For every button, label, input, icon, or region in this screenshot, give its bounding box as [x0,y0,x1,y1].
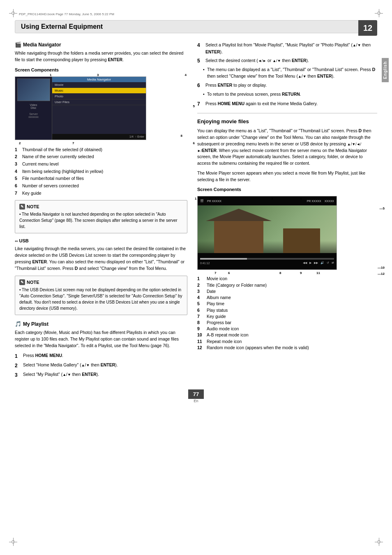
enjoying-movies-body2: The Movie Player screen appears when you… [197,170,377,183]
usb-body: Like navigating through the media server… [15,246,187,272]
screen-callout-7: 7 [214,271,216,275]
list-item-4: 4Item being selecting (highlighted in ye… [15,168,187,175]
movie-item-3: 3Date [197,288,377,295]
bullet-list-6: To return to the previous screen, press … [197,91,377,98]
movie-top-bar: 🎬 PR XXXXX PR XXXXX XXXXX [198,196,337,205]
screen-callout-6: 6 [228,271,230,275]
callout-6: 6 [193,141,195,145]
callout-3: 3 [97,73,99,77]
mn-bottom-text-1: 1/4 [129,135,134,138]
screen-callout-9: 9 [300,271,302,275]
screen-callout-4: 4 [300,197,302,200]
corner-crosshair-br [375,538,383,546]
movie-icon-2: ▶ [309,261,311,265]
my-playlist-section: 🎵 My Playlist Each category (Movie, Musi… [15,321,187,378]
screen-callout-5: —5 [380,207,385,210]
movie-progress-fill [200,258,247,260]
screen-callout-1: 1 [195,197,196,200]
step-2: 2 Select "Home Media Gallery" (▲/▼ then … [15,362,187,369]
movie-item-11: 11Repeat mode icon [197,339,377,345]
callout-5: 5 [193,104,195,108]
page-number-area: 77 En [188,389,204,403]
mn-item-2: Music [52,88,146,94]
page-number-bottom: 77 [188,389,204,399]
corner-crosshair-bl [9,538,17,546]
section-divider [197,113,377,113]
screen-items-list: 1Thumbnail of the file selected (if obta… [15,147,187,196]
step-1: 1 Press HOME MENU. [15,352,187,360]
movie-item-9: 9Audio mode icon [197,326,377,332]
list-item-7: 7Key guide [15,190,187,196]
playlist-icon: 🎵 [15,321,21,327]
mn-thumbnail [17,78,50,101]
movie-top-text-4: XXXXX [325,200,334,203]
bullet-5-1: The menu can be displayed as a "List", "… [203,67,377,80]
bullet-6-1: To return to the previous screen, press … [203,91,377,98]
media-navigator-icon: 🎬 [15,41,21,48]
mn-bottom-bar: 1/4 ↑ Enter [52,134,146,140]
list-item-6: 6Number of servers connected [15,183,187,189]
list-item-1: 1Thumbnail of the file selected (if obta… [15,147,187,153]
movie-screen-items-list: 1Movie icon 2Title (Category or Folder n… [197,276,377,351]
list-item-5: 5File number/total number of files [15,175,187,182]
movie-progress-bar [200,258,334,260]
step-7: 7 Press HOME MENU again to exit the Home… [197,100,377,108]
page-language-label: En [194,399,198,403]
mn-left-label2: Serverxxxxxxx [15,112,52,119]
movie-icon-5: ↺ [327,261,329,265]
page-bottom: 77 En [15,389,377,403]
mn-bottom-text-2: ↑ Enter [135,135,144,138]
page-title: Using External Equipment [21,23,103,30]
movie-screen-area: 🎬 PR XXXXX PR XXXXX XXXXX [197,196,377,270]
note-heading-2: ✎ NOTE [19,279,183,285]
english-sidebar-label: English [382,58,389,82]
enjoying-movies-heading: Enjoying movie files [197,118,377,124]
screen-components-heading-1: Screen Components [15,67,187,72]
step-4: 4 Select a Playlist list from "Movie Pla… [197,41,377,55]
note-box-2: ✎ NOTE • The USB Devices List screen may… [15,276,187,315]
media-navigator-body: While navigating through the folders a m… [15,50,187,63]
movie-item-5: 5Play time [197,301,377,307]
note-icon-2: ✎ [19,279,25,285]
movie-item-2: 2Title (Category or Folder name) [197,282,377,288]
mn-left-panel: VideoDisc Serverxxxxxxx [15,77,52,140]
movie-item-1: 1Movie icon [197,276,377,282]
page-header: Using External Equipment 12 [15,20,377,33]
chapter-number-badge: 12 [358,20,377,36]
right-steps: 4 Select a Playlist list from "Movie Pla… [197,41,377,108]
note-text-1: • The Media Navigator is not launched de… [19,211,183,230]
media-navigator-screen: VideoDisc Serverxxxxxxx Media Navigator … [15,76,146,140]
screen-components-heading-2: Screen Components [197,187,377,192]
usb-section-heading: ⇔ USB [15,238,187,243]
mn-right-panel: Media Navigator Movie Music Photo User F… [52,77,146,140]
file-info-bar: PDP_PRO1140HD.book Page 77 Monday, June … [15,12,377,16]
movie-bottom-bar: 0:41:12 ◀◀ ▶ ▶▶ 🔊 ↺ ⇌ [198,253,337,269]
screen-callout-3: 3 [271,197,273,200]
movie-icon-4: 🔊 [321,261,324,265]
movie-bottom-icons: 0:41:12 ◀◀ ▶ ▶▶ 🔊 ↺ ⇌ [200,261,334,265]
step-3: 3 Select "My Playlist" (▲/▼ then ENTER). [15,371,187,379]
movie-item-10: 10A-B repeat mode icon [197,332,377,338]
movie-item-7: 7Key guide [197,313,377,320]
note-heading-1: ✎ NOTE [19,204,183,210]
callout-2: 2 [19,141,21,145]
movie-item-12: 12Random mode icon (appears when the mod… [197,345,377,351]
step-5: 5 Select the desired content (◄/► or ▲/▼… [197,57,377,65]
movie-player-screen: 🎬 PR XXXXX PR XXXXX XXXXX [197,196,337,270]
playlist-body: Each category (Movie, Music and Photo) h… [15,329,187,349]
movie-item-8: 8Progress bar [197,320,377,326]
screen-mockup-area-1: VideoDisc Serverxxxxxxx Media Navigator … [15,76,187,140]
callout-8: 8 [181,134,182,138]
my-playlist-heading: 🎵 My Playlist [15,321,187,327]
list-item-3: 3Current menu level [15,161,187,167]
mn-item-1: Movie [52,82,146,88]
movie-item-6: 6Play status [197,307,377,313]
movie-icon-1: ◀◀ [303,261,307,265]
movie-icon-3: ▶▶ [314,261,318,265]
screen-callout-12: —12 [378,272,385,276]
note-box-1: ✎ NOTE • The Media Navigator is not laun… [15,200,187,233]
mn-left-label1: VideoDisc [15,103,52,110]
movie-top-text-3: PR XXXXX [307,200,321,203]
callout-1: 1 [50,73,51,77]
bullet-list-5: The menu can be displayed as a "List", "… [197,67,377,80]
